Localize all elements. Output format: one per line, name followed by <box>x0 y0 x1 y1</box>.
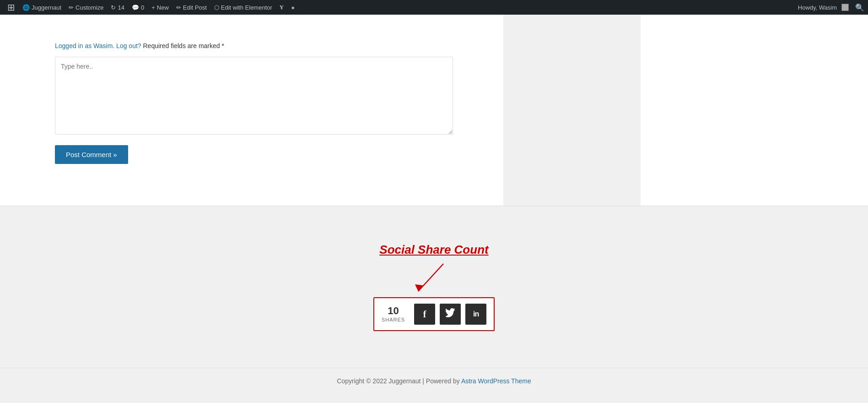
yoast-button[interactable]: Y <box>276 0 287 15</box>
linkedin-share-button[interactable]: in <box>465 304 486 325</box>
logged-in-user-link[interactable]: Logged in as Wasim. <box>55 42 114 49</box>
new-button[interactable]: + New <box>148 0 173 15</box>
customize-button[interactable]: ✏ Customize <box>65 0 107 15</box>
site-globe-icon: 🌐 <box>22 4 30 11</box>
logout-link[interactable]: Log out? <box>116 42 141 49</box>
comments-count: 0 <box>141 4 144 11</box>
updates-icon: ↻ <box>111 4 116 11</box>
yoast-icon: Y <box>280 4 284 11</box>
comment-textarea[interactable] <box>55 57 453 135</box>
customize-label: Customize <box>75 4 103 11</box>
status-dot-icon: ● <box>291 4 295 11</box>
edit-post-label: Edit Post <box>183 4 207 11</box>
main-content: Logged in as Wasim. Log out? Required fi… <box>0 15 503 206</box>
updates-count: 14 <box>118 4 124 11</box>
comments-icon: 💬 <box>132 4 139 11</box>
user-avatar[interactable] <box>841 4 849 11</box>
footer: Copyright © 2022 Juggernaut | Powered by… <box>0 368 868 394</box>
annotation-container: Social Share Count 10 SHARES f <box>373 243 495 331</box>
admin-bar: ⊞ 🌐 Juggernaut ✏ Customize ↻ 14 💬 0 + Ne… <box>0 0 868 15</box>
annotation-arrow <box>407 261 462 298</box>
facebook-icon: f <box>423 309 426 320</box>
shares-label: SHARES <box>382 317 405 322</box>
twitter-share-button[interactable] <box>440 304 461 325</box>
customize-icon: ✏ <box>69 4 74 11</box>
new-plus-icon: + <box>151 4 155 11</box>
twitter-icon <box>445 308 455 321</box>
elementor-label: Edit with Elementor <box>221 4 272 11</box>
elementor-icon: ⬡ <box>214 4 219 11</box>
share-number: 10 <box>388 306 399 316</box>
sidebar-right <box>503 15 641 206</box>
updates-button[interactable]: ↻ 14 <box>107 0 128 15</box>
new-label: New <box>157 4 169 11</box>
facebook-share-button[interactable]: f <box>414 304 435 325</box>
social-share-annotation-label: Social Share Count <box>379 243 488 257</box>
required-fields-text: Required fields are marked * <box>143 42 224 49</box>
page-lower: Social Share Count 10 SHARES f <box>0 206 868 403</box>
svg-line-0 <box>418 264 443 291</box>
social-share-widget: 10 SHARES f in <box>373 297 495 331</box>
social-share-area: Social Share Count 10 SHARES f <box>0 224 868 349</box>
post-comment-button[interactable]: Post Comment » <box>55 145 128 164</box>
howdy-text: Howdy, Wasim <box>798 4 837 11</box>
edit-post-icon: ✏ <box>176 4 181 11</box>
wp-logo-button[interactable]: ⊞ <box>4 0 19 15</box>
status-dot[interactable]: ● <box>287 0 298 15</box>
footer-theme-link[interactable]: Astra WordPress Theme <box>461 377 531 385</box>
search-icon[interactable]: 🔍 <box>855 3 864 12</box>
edit-post-button[interactable]: ✏ Edit Post <box>173 0 210 15</box>
share-count-display: 10 SHARES <box>382 306 410 322</box>
site-name-button[interactable]: 🌐 Juggernaut <box>19 0 65 15</box>
edit-elementor-button[interactable]: ⬡ Edit with Elementor <box>210 0 276 15</box>
logged-in-notice: Logged in as Wasim. Log out? Required fi… <box>55 42 476 49</box>
wp-logo-icon: ⊞ <box>7 2 15 13</box>
linkedin-icon: in <box>473 310 479 318</box>
comments-button[interactable]: 💬 0 <box>128 0 148 15</box>
site-name-label: Juggernaut <box>32 4 61 11</box>
footer-text: Copyright © 2022 Juggernaut | Powered by <box>337 377 461 385</box>
